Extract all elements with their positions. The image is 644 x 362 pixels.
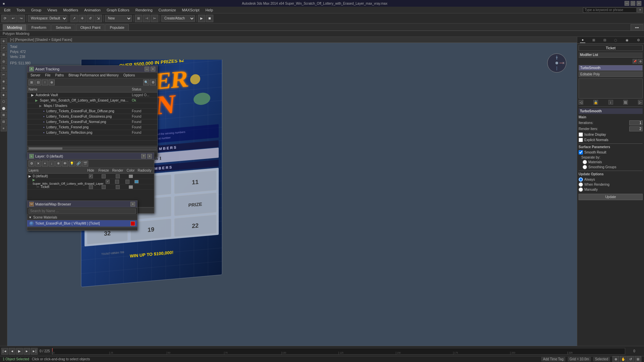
asset-row-diffuse[interactable]: ▪ Lottery_Tickets_ErasedFull_Blue_Diffus… [27,109,157,114]
material-item-ticket[interactable]: Ticket_ErasedFull_Blue ( VRayMtl ) [Tick… [27,220,137,227]
asset-hscroll[interactable] [27,146,157,150]
play-btn[interactable]: ▶ [198,15,205,22]
layer-btn-render[interactable]: 🎬 [82,161,88,167]
layer-btn-settings[interactable]: ⚙ [29,161,35,167]
layer-ticket-render-check[interactable] [116,185,120,189]
view-dropdown[interactable]: New [105,15,132,22]
asset-btn-3[interactable]: ↑ [42,79,48,85]
sidebar-btn-14[interactable]: ≡ [1,125,7,131]
asset-row-glossiness[interactable]: ▪ Lottery_Tickets_ErasedFull_Glossiness.… [27,114,157,119]
iterations-input[interactable] [629,120,643,125]
object-type-dropdown[interactable]: Create/Attach [161,15,195,22]
sidebar-btn-13[interactable]: ⊟ [1,119,7,125]
explicit-normals-checkbox[interactable] [579,138,583,142]
panel-forward-btn[interactable]: ▷ [638,100,643,105]
asset-panel-minimize[interactable]: ─ [145,67,149,71]
sidebar-btn-7[interactable]: ⊗ [1,78,7,84]
asset-btn-4[interactable]: ⊕ [49,79,55,85]
asset-btn-2[interactable]: ⊟ [35,79,41,85]
object-name-field[interactable]: Ticket [579,45,643,51]
layer-panel-help[interactable]: ? [141,154,146,159]
asset-menu-server[interactable]: Server [29,73,42,77]
sidebar-btn-3[interactable]: ⊞ [1,52,7,58]
search-input[interactable] [583,7,637,13]
zoom-btn[interactable]: ⊕ [612,356,619,362]
panel-lock-btn[interactable]: 🔒 [593,100,598,105]
snap-btn[interactable]: ⊞ [135,15,142,22]
rp-tab-modify[interactable]: ⊞ [591,38,596,43]
layer-row-scratch[interactable]: ▶ Super_Win_Scratch_Off_Lottery_with_Era… [27,179,154,184]
asset-row-vault[interactable]: ▶ Autodesk Vault Logged O... [27,93,157,98]
menu-item-maxscript[interactable]: MAXScript [179,7,202,13]
material-color-swatch[interactable] [130,221,135,226]
toolbar-btn-3[interactable]: ↪ [17,15,25,22]
tab-extra[interactable]: ▪▪▪ [631,24,643,31]
pan-btn[interactable]: ✋ [620,356,627,362]
asset-menu-options[interactable]: Options [121,73,137,77]
layer-ticket-render[interactable] [111,185,125,189]
asset-menu-file[interactable]: File [43,73,52,77]
asset-btn-settings[interactable]: ⚙ [150,79,156,85]
layer-btn-link[interactable]: 🔗 [75,161,82,167]
isoline-checkbox[interactable] [579,132,583,137]
layer-default-render-check[interactable] [116,174,120,178]
tab-modeling[interactable]: Modeling [3,24,26,31]
sidebar-btn-12[interactable]: ⊞ [1,112,7,118]
layer-btn-hide[interactable]: 👁 [62,161,68,167]
tl-next-btn[interactable]: ► [23,348,30,355]
rp-tab-hierarchy[interactable]: ⊟ [602,38,607,43]
smoothing-groups-radio[interactable] [583,165,587,169]
timeline-track[interactable]: 0 25 50 75 100 125 150 175 200 225 [52,348,625,355]
layer-ticket-freeze-check[interactable] [102,185,106,189]
material-section-header[interactable]: ▼ Scene Materials [27,215,137,220]
when-rendering-radio[interactable] [579,182,583,187]
layer-scratch-freeze[interactable] [112,180,122,184]
layer-default-color-swatch[interactable] [129,175,133,178]
layer-panel-close[interactable]: × [147,154,152,159]
panel-back-btn[interactable]: ◁ [579,100,583,105]
minimize-btn[interactable]: ─ [625,1,629,6]
asset-row-maxfile[interactable]: ▶ Super_Win_Scratch_Off_Lottery_with_Era… [27,98,157,103]
sidebar-btn-9[interactable]: ◈ [1,92,7,98]
layer-btn-delete[interactable]: ✕ [35,161,41,167]
modifier-turbosmooth[interactable]: TurboSmooth [579,65,643,71]
layer-scratch-color-swatch[interactable] [135,180,139,183]
menu-item-edit[interactable]: Edit [1,7,13,13]
sidebar-btn-8[interactable]: ⊕ [1,85,7,91]
stop-btn[interactable]: ⏹ [206,15,213,22]
menu-item-animation[interactable]: Animation [82,7,103,13]
asset-btn-1[interactable]: ⊞ [29,79,35,85]
asset-menu-paths[interactable]: Paths [53,73,66,77]
menu-item-graph-editors[interactable]: Graph Editors [104,7,132,13]
sidebar-btn-2[interactable]: ↗ [1,45,7,51]
menu-item-customize[interactable]: Customize [156,7,179,13]
layer-default-color[interactable] [125,175,137,178]
layer-ticket-color[interactable] [125,185,137,189]
layer-btn-add[interactable]: + [42,161,48,167]
rp-tab-display[interactable]: ◉ [624,38,630,43]
align-btn[interactable]: ⊢ [151,15,158,22]
material-browser-header[interactable]: M Material/Map Browser × [27,201,137,207]
asset-menu-bitmap[interactable]: Bitmap Performance and Memory [66,73,121,77]
select-btn[interactable]: ↗ [70,15,78,22]
asset-row-fresnel[interactable]: ▪ Lottery_Tickets_Fresnel.png Found [27,125,157,130]
update-button[interactable]: Update [579,194,643,200]
tl-prev-key-btn[interactable]: |◄ [1,348,8,355]
tl-prev-btn[interactable]: ◄ [9,348,15,355]
hscroll-thumb[interactable] [29,147,62,149]
rotate-btn[interactable]: ↺ [87,15,94,22]
toolbar-btn-2[interactable]: ↩ [9,15,17,22]
modifier-settings-btn[interactable]: ⚙ [638,59,643,64]
close-btn[interactable]: × [637,1,641,6]
hscroll-track[interactable] [28,147,157,150]
asset-panel-close[interactable]: × [151,67,155,71]
layer-scratch-render[interactable] [122,180,132,184]
toolbar-btn-1[interactable]: ⟳ [1,15,9,22]
render-iters-input[interactable] [629,126,643,131]
menu-item-help[interactable]: Help [203,7,216,13]
mirror-btn[interactable]: ⊣ [143,15,150,22]
tl-play-btn[interactable]: ▶ [16,348,23,355]
material-panel-close[interactable]: × [130,202,135,206]
layer-scratch-hide[interactable]: ✓ [103,180,112,184]
tab-object-paint[interactable]: Object Paint [76,24,105,31]
